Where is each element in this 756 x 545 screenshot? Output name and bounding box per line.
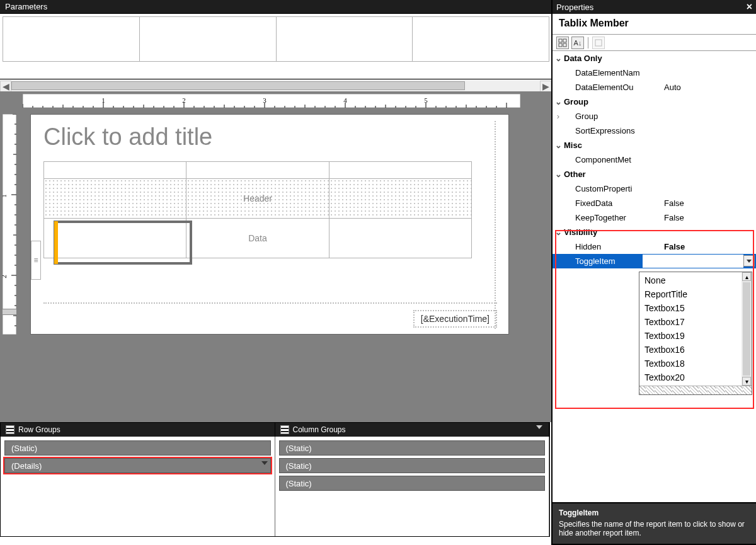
- category-visibility[interactable]: ⌄ Visibility: [553, 225, 756, 239]
- chevron-down-icon[interactable]: [536, 425, 542, 429]
- properties-title: Properties: [556, 3, 593, 12]
- category-data-only[interactable]: ⌄ Data Only: [553, 51, 756, 66]
- column-group-item[interactable]: (Static): [279, 440, 546, 456]
- tablix-header-cell[interactable]: [44, 162, 186, 178]
- alphabetical-button[interactable]: A↓: [571, 37, 584, 49]
- dropdown-option[interactable]: Textbox19: [639, 329, 742, 343]
- tablix-header-cell[interactable]: Header: [186, 179, 329, 218]
- row-group-item[interactable]: (Static): [4, 440, 271, 456]
- scroll-thumb[interactable]: [743, 282, 750, 376]
- separator: [588, 37, 588, 49]
- category-misc[interactable]: ⌄ Misc: [553, 138, 756, 152]
- property-desc-text: Specifies the name of the report item to…: [559, 520, 750, 537]
- parameters-header: Parameters: [0, 0, 551, 14]
- row-group-item-selected[interactable]: (Details): [4, 458, 271, 473]
- tablix-header-cell[interactable]: [44, 179, 186, 218]
- dropdown-option[interactable]: Textbox15: [639, 301, 742, 315]
- chevron-down-icon[interactable]: ⌄: [553, 138, 564, 152]
- report-title-placeholder[interactable]: Click to add title: [43, 123, 212, 151]
- groups-header: Row Groups Column Groups: [1, 423, 549, 437]
- tablix-row-handle[interactable]: ≡: [31, 241, 41, 280]
- dropdown-option[interactable]: Textbox17: [639, 315, 742, 329]
- dropdown-option[interactable]: Textbox18: [639, 357, 742, 370]
- chevron-down-icon[interactable]: [261, 461, 268, 465]
- chevron-down-icon[interactable]: ⌄: [553, 95, 564, 109]
- groups-panel: Row Groups Column Groups (Static) (Detai…: [0, 422, 550, 537]
- dropdown-option[interactable]: Textbox16: [639, 343, 742, 357]
- row-group-label: (Details): [11, 461, 42, 471]
- margin-guide: [495, 121, 496, 329]
- main-area: Parameters ◀ ▶ 1 2 3 4 5: [0, 0, 551, 545]
- svg-rect-9: [559, 39, 562, 42]
- dropdown-option[interactable]: None: [639, 273, 742, 287]
- close-icon[interactable]: ×: [747, 1, 752, 13]
- chevron-down-icon[interactable]: ⌄: [553, 51, 564, 66]
- toggleitem-dropdown[interactable]: None ReportTitle Textbox15 Textbox17 Tex…: [639, 272, 752, 395]
- svg-rect-11: [559, 43, 562, 47]
- resize-grip[interactable]: [639, 386, 752, 394]
- parameters-hscrollbar[interactable]: ◀ ▶: [0, 79, 551, 92]
- scroll-down-icon[interactable]: ▾: [742, 377, 751, 386]
- prop-fixeddata[interactable]: FixedData False: [553, 196, 756, 210]
- column-group-item[interactable]: (Static): [279, 458, 546, 473]
- prop-dataelementname[interactable]: DataElementNam: [553, 66, 756, 80]
- properties-object-name: Tablix Member: [553, 14, 756, 35]
- row-groups-header: Row Groups: [1, 423, 275, 437]
- prop-hidden[interactable]: Hidden False: [553, 239, 756, 254]
- chevron-down-icon[interactable]: ⌄: [553, 225, 564, 239]
- dropdown-scrollbar[interactable]: ▴ ▾: [742, 272, 752, 386]
- dropdown-toggle[interactable]: [743, 255, 755, 267]
- prop-sortexpressions[interactable]: SortExpressions: [553, 123, 756, 138]
- category-other[interactable]: ⌄ Other: [553, 167, 756, 181]
- parameters-cell[interactable]: [139, 16, 277, 62]
- svg-text:1: 1: [3, 194, 8, 198]
- execution-time-textbox[interactable]: [&ExecutionTime]: [413, 310, 497, 328]
- dropdown-option[interactable]: ReportTitle: [639, 287, 742, 301]
- column-groups-header: Column Groups: [275, 423, 550, 437]
- properties-toolbar: A↓: [553, 35, 756, 51]
- svg-rect-6: [3, 114, 16, 335]
- categorized-button[interactable]: [556, 37, 569, 49]
- design-surface: 1 2 3 4 5 1 2: [0, 91, 551, 422]
- ruler-vertical: 1 2: [3, 114, 16, 335]
- parameters-cell[interactable]: [3, 16, 140, 62]
- scroll-right-icon[interactable]: ▶: [540, 81, 551, 92]
- scroll-thumb[interactable]: [11, 81, 465, 90]
- prop-keeptogether[interactable]: KeepTogether False: [553, 210, 756, 225]
- scroll-track[interactable]: [11, 81, 540, 91]
- svg-rect-0: [23, 94, 520, 108]
- grid-icon: [280, 425, 289, 434]
- category-group[interactable]: ⌄ Group: [553, 95, 756, 109]
- property-pages-button[interactable]: [592, 37, 605, 49]
- row-groups-title: Row Groups: [18, 425, 60, 434]
- prop-dataelementoutput[interactable]: DataElementOu Auto: [553, 80, 756, 95]
- groups-body: (Static) (Details) (Static) (Static) (St…: [1, 437, 549, 536]
- properties-panel: Properties × Tablix Member A↓ ⌄ Data Onl…: [551, 0, 756, 545]
- dropdown-option[interactable]: Textbox20: [639, 370, 742, 384]
- prop-toggleitem[interactable]: ToggleItem: [553, 254, 756, 268]
- prop-group[interactable]: › Group: [553, 109, 756, 123]
- scroll-up-icon[interactable]: ▴: [742, 272, 751, 281]
- prop-customproperties[interactable]: CustomProperti: [553, 181, 756, 196]
- svg-rect-10: [563, 39, 566, 42]
- chevron-down-icon[interactable]: ⌄: [553, 167, 564, 181]
- column-group-item[interactable]: (Static): [279, 476, 546, 491]
- tablix-header-cell[interactable]: [329, 179, 471, 218]
- tablix-data-cell[interactable]: Data: [186, 219, 329, 258]
- tablix-data-cell[interactable]: [329, 219, 471, 258]
- scroll-left-icon[interactable]: ◀: [0, 81, 11, 92]
- chevron-right-icon[interactable]: ›: [553, 109, 564, 123]
- tablix-header-cell[interactable]: [186, 162, 329, 178]
- parameters-cell[interactable]: [412, 16, 549, 62]
- column-group-label: (Static): [286, 444, 312, 453]
- parameters-cell[interactable]: [276, 16, 413, 62]
- report-canvas[interactable]: Click to add title Header Data: [30, 114, 509, 335]
- chevron-down-icon: [747, 260, 752, 263]
- property-name-label: ToggleItem: [559, 508, 750, 517]
- row-groups-list: (Static) (Details): [1, 437, 275, 536]
- tablix-header-cell[interactable]: [329, 162, 471, 178]
- ruler-splitter[interactable]: [3, 309, 16, 315]
- prop-componentmetadata[interactable]: ComponentMet: [553, 152, 756, 167]
- grid-icon: [6, 425, 14, 434]
- tablix-selected-cell[interactable]: [54, 221, 192, 265]
